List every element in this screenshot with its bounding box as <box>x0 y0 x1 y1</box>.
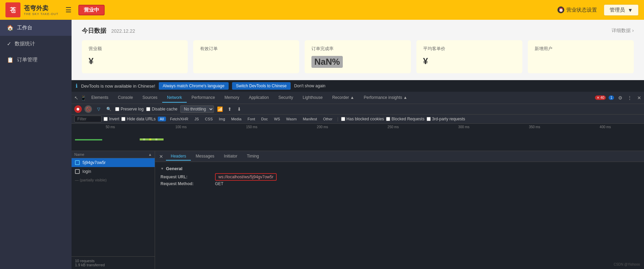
filter-other-btn[interactable]: Other <box>321 117 335 121</box>
filter-media-btn[interactable]: Media <box>229 117 244 121</box>
dont-show-again-button[interactable]: Don't show again <box>294 84 325 88</box>
sidebar-item-label: 订单管理 <box>17 57 37 63</box>
content-area: 今日数据 2022.12.22 详细数据 › 营业额 ¥ 有效订单 订单完成率 … <box>72 20 644 269</box>
stat-card-avg-price: 平均客单价 ¥ <box>416 40 522 73</box>
list-scroll-up-icon[interactable]: ▲ <box>148 152 152 156</box>
hide-data-urls-checkbox[interactable] <box>121 117 125 121</box>
switch-to-chinese-button[interactable]: Switch DevTools to Chinese <box>232 82 291 90</box>
filter-all-btn[interactable]: All <box>158 117 166 121</box>
detail-tab-headers[interactable]: Headers <box>166 152 191 161</box>
stat-label-completion: 订单完成率 <box>311 46 404 52</box>
filter-img-btn[interactable]: Img <box>217 117 227 121</box>
request-url-key: Request URL: <box>160 175 215 179</box>
detail-tab-initiator[interactable]: Initiator <box>219 152 242 161</box>
marker-250ms: 250 ms <box>358 125 429 129</box>
detail-tab-messages[interactable]: Messages <box>191 152 219 161</box>
disable-cache-checkbox[interactable] <box>146 107 150 111</box>
sidebar-item-label: 数据统计 <box>15 41 35 47</box>
settings-icon[interactable]: ⚙ <box>617 94 624 101</box>
filter-input[interactable] <box>74 116 102 122</box>
device-icon[interactable]: 📱 <box>80 94 87 101</box>
stat-label-orders: 有效订单 <box>200 46 292 52</box>
sidebar-item-data-stats[interactable]: ✓ 数据统计 <box>0 36 72 52</box>
cursor-icon[interactable]: ↖ <box>73 94 80 101</box>
tab-memory[interactable]: Memory <box>220 93 244 103</box>
wifi-icon[interactable]: 📶 <box>217 106 224 113</box>
third-party-checkbox[interactable] <box>427 117 431 121</box>
admin-dropdown[interactable]: 管理员 ▼ <box>604 4 639 16</box>
filter-divider: | <box>337 117 338 121</box>
preserve-log-checkbox[interactable] <box>115 107 119 111</box>
general-section-header: ▼ General <box>160 166 639 171</box>
header-right: ⏰ 营业状态设置 管理员 ▼ <box>557 4 639 16</box>
logo-cn-text: 苍穹外卖 <box>24 4 59 12</box>
devtools-tabs: ↖ 📱 Elements Console Sources Network Per… <box>72 92 644 104</box>
stat-label-new-users: 新增用户 <box>535 46 627 52</box>
tab-network[interactable]: Network <box>162 93 187 103</box>
marker-400ms: 400 ms <box>570 125 641 129</box>
request-item-partial: — (partially visible) <box>72 176 155 184</box>
filter-css-btn[interactable]: CSS <box>203 117 215 121</box>
tab-sources[interactable]: Sources <box>138 93 162 103</box>
blocked-requests-label[interactable]: Blocked Requests <box>386 117 425 121</box>
request-method-key: Request Method: <box>160 181 215 186</box>
filter-font-btn[interactable]: Font <box>246 117 257 121</box>
timeline-markers: 50 ms 100 ms 150 ms 200 ms 250 ms 300 ms… <box>72 125 644 129</box>
blocked-requests-checkbox[interactable] <box>386 117 390 121</box>
invert-text: Invert <box>109 117 119 121</box>
filter-wasm-btn[interactable]: Wasm <box>284 117 299 121</box>
request-url-box: ws://localhost/ws/5j94gv7ow5r <box>215 173 277 181</box>
tab-lighthouse[interactable]: Lighthouse <box>298 93 327 103</box>
invert-label[interactable]: Invert <box>104 117 119 121</box>
filter-js-btn[interactable]: JS <box>193 117 201 121</box>
has-blocked-cookies-checkbox[interactable] <box>341 117 345 121</box>
admin-label: 管理员 <box>610 7 625 13</box>
logo-icon: 苍 <box>5 2 20 17</box>
request-list-footer: 10 requests 1.9 kB transferred <box>72 256 155 269</box>
tab-performance[interactable]: Performance <box>187 93 220 103</box>
tab-elements[interactable]: Elements <box>87 93 113 103</box>
stat-label-avg-price: 平均客单价 <box>423 46 516 52</box>
filter-fetchxhr-btn[interactable]: Fetch/XHR <box>168 117 190 121</box>
tab-application[interactable]: Application <box>244 93 274 103</box>
sidebar-item-order-mgmt[interactable]: 📋 订单管理 <box>0 52 72 68</box>
invert-checkbox[interactable] <box>104 117 108 121</box>
tab-console[interactable]: Console <box>113 93 138 103</box>
tab-recorder[interactable]: Recorder ▲ <box>327 93 359 103</box>
detail-content: ▼ General Request URL: ws://localhost/ws… <box>155 162 644 269</box>
close-devtools-icon[interactable]: ✕ <box>636 94 643 101</box>
tab-performance-insights[interactable]: Performance insights ▲ <box>359 93 412 103</box>
msg-badge: 1 <box>609 95 614 100</box>
stop-button[interactable]: 🚫 <box>85 105 92 113</box>
detail-link[interactable]: 详细数据 › <box>612 28 634 34</box>
always-match-button[interactable]: Always match Chrome's language <box>159 82 229 90</box>
more-icon[interactable]: ⋮ <box>626 94 633 101</box>
menu-icon[interactable]: ☰ <box>65 6 72 14</box>
download-icon[interactable]: ⬇ <box>236 106 243 113</box>
request-item-ws[interactable]: 5j94gv7ow5r <box>72 158 155 167</box>
filter-manifest-btn[interactable]: Manifest <box>301 117 319 121</box>
blocked-requests-text: Blocked Requests <box>392 117 425 121</box>
general-section-title: General <box>166 166 182 171</box>
filter-ws-btn[interactable]: WS <box>272 117 282 121</box>
preserve-log-label[interactable]: Preserve log <box>115 107 143 111</box>
request-item-login[interactable]: login <box>72 167 155 176</box>
has-blocked-cookies-label[interactable]: Has blocked cookies <box>341 117 384 121</box>
filter-doc-btn[interactable]: Doc <box>259 117 270 121</box>
record-button[interactable]: ⏺ <box>74 105 82 113</box>
hide-data-urls-label[interactable]: Hide data URLs <box>121 117 156 121</box>
business-status-link[interactable]: ⏰ 营业状态设置 <box>557 6 597 13</box>
filter-icon-btn[interactable]: ▽ <box>95 105 102 113</box>
search-icon-btn[interactable]: 🔍 <box>105 105 112 113</box>
third-party-text: 3rd-party requests <box>432 117 465 121</box>
detail-tab-timing[interactable]: Timing <box>242 152 264 161</box>
bottom-panel: Name ▲ 5j94gv7ow5r login — (partially vi… <box>72 151 644 269</box>
upload-icon[interactable]: ⬆ <box>226 106 233 113</box>
third-party-label[interactable]: 3rd-party requests <box>427 117 465 121</box>
sidebar-item-workbench[interactable]: 🏠 工作台 <box>0 20 72 36</box>
throttle-select[interactable]: No throttling <box>180 105 214 113</box>
tab-security[interactable]: Security <box>274 93 298 103</box>
disable-cache-label[interactable]: Disable cache <box>146 107 177 111</box>
ws-icon <box>75 160 80 165</box>
detail-close-icon[interactable]: ✕ <box>156 152 166 161</box>
